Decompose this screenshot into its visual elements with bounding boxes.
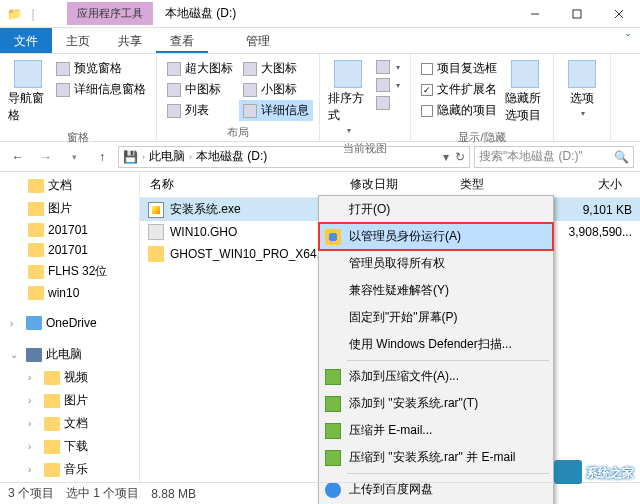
status-size: 8.88 MB — [151, 487, 196, 501]
status-item-count: 3 个项目 — [8, 485, 54, 502]
ctx-add-archive[interactable]: 添加到压缩文件(A)... — [319, 363, 553, 390]
col-name[interactable]: 名称 — [140, 176, 350, 193]
close-button[interactable] — [598, 2, 640, 26]
exe-icon — [148, 202, 164, 218]
ribbon: 导航窗格 预览窗格 详细信息窗格 窗格 超大图标 中图标 列表 大图标 小图标 … — [0, 54, 640, 142]
col-date[interactable]: 修改日期 — [350, 176, 460, 193]
archive-icon — [325, 369, 341, 385]
status-bar: 3 个项目 选中 1 个项目 8.88 MB — [0, 482, 640, 504]
back-button[interactable]: ← — [6, 145, 30, 169]
ctx-add-named-archive[interactable]: 添加到 "安装系统.rar"(T) — [319, 390, 553, 417]
layout-details[interactable]: 详细信息 — [239, 100, 313, 121]
tree-folder[interactable]: win10 — [0, 283, 139, 303]
chevron-down-icon: ▾ — [347, 126, 351, 135]
tree-pictures[interactable]: ›图片 — [0, 389, 139, 412]
title-bar: 📁 | 应用程序工具 本地磁盘 (D:) — [0, 0, 640, 28]
preview-pane-button[interactable]: 预览窗格 — [52, 58, 150, 79]
tab-file[interactable]: 文件 — [0, 28, 52, 53]
layout-list[interactable]: 列表 — [163, 100, 237, 121]
tree-this-pc[interactable]: ⌄此电脑 — [0, 343, 139, 366]
breadcrumb[interactable]: 💾 › 此电脑 › 本地磁盘 (D:) ▾ ↻ — [118, 146, 470, 168]
options-button[interactable]: 选项▾ — [560, 58, 604, 120]
folder-icon — [148, 246, 164, 262]
tree-documents[interactable]: 文档 — [0, 174, 139, 197]
nav-tree[interactable]: 文档 图片 201701 201701 FLHS 32位 win10 ›OneD… — [0, 172, 140, 482]
tree-videos[interactable]: ›视频 — [0, 366, 139, 389]
minimize-button[interactable] — [514, 2, 556, 26]
tree-downloads[interactable]: ›下载 — [0, 435, 139, 458]
tab-view[interactable]: 查看 — [156, 28, 208, 53]
ctx-defender-scan[interactable]: 使用 Windows Defender扫描... — [319, 331, 553, 358]
separator — [347, 473, 549, 474]
ctx-open[interactable]: 打开(O) — [319, 196, 553, 223]
tree-folder[interactable]: FLHS 32位 — [0, 260, 139, 283]
chevron-right-icon: › — [189, 152, 192, 162]
tree-music[interactable]: ›音乐 — [0, 458, 139, 481]
tree-documents[interactable]: ›文档 — [0, 412, 139, 435]
status-selected: 选中 1 个项目 — [66, 485, 139, 502]
chevron-right-icon: › — [142, 152, 145, 162]
layout-medium[interactable]: 中图标 — [163, 79, 237, 100]
window-title: 本地磁盘 (D:) — [153, 1, 248, 26]
qat-sep: | — [25, 6, 41, 22]
crumb-drive[interactable]: 本地磁盘 (D:) — [196, 148, 267, 165]
hidden-toggle[interactable]: 隐藏的项目 — [417, 100, 501, 121]
archive-icon — [325, 396, 341, 412]
shield-icon — [325, 229, 341, 245]
maximize-button[interactable] — [556, 2, 598, 26]
sort-button[interactable]: 排序方式▾ — [326, 58, 370, 137]
tab-strip: 文件 主页 共享 查看 管理 ˇ — [0, 28, 640, 54]
svg-rect-1 — [573, 10, 581, 18]
sort-label: 排序方式 — [328, 90, 368, 124]
crumb-this-pc[interactable]: 此电脑 — [149, 148, 185, 165]
ctx-compress-email[interactable]: 压缩并 E-mail... — [319, 417, 553, 444]
forward-button[interactable]: → — [34, 145, 58, 169]
col-size[interactable]: 大小 — [560, 176, 630, 193]
tab-home[interactable]: 主页 — [52, 28, 104, 53]
drive-icon: 💾 — [123, 150, 138, 164]
up-button[interactable]: ↑ — [90, 145, 114, 169]
file-icon — [148, 224, 164, 240]
tree-folder[interactable]: 201701 — [0, 220, 139, 240]
search-input[interactable]: 搜索"本地磁盘 (D:)" 🔍 — [474, 146, 634, 168]
tab-share[interactable]: 共享 — [104, 28, 156, 53]
ribbon-group-pane: 窗格 — [4, 128, 152, 147]
separator — [347, 360, 549, 361]
folder-icon: 📁 — [6, 6, 22, 22]
layout-small[interactable]: 小图标 — [239, 79, 313, 100]
refresh-icon[interactable]: ↻ — [455, 150, 465, 164]
layout-extra-large[interactable]: 超大图标 — [163, 58, 237, 79]
extensions-toggle[interactable]: 文件扩展名 — [417, 79, 501, 100]
col-type[interactable]: 类型 — [460, 176, 560, 193]
archive-icon — [325, 450, 341, 466]
ribbon-toggle-icon[interactable]: ˇ — [616, 28, 640, 53]
options-label: 选项 — [570, 90, 594, 107]
ctx-pin-start[interactable]: 固定到"开始"屏幕(P) — [319, 304, 553, 331]
layout-large[interactable]: 大图标 — [239, 58, 313, 79]
ctx-run-as-admin[interactable]: 以管理员身份运行(A) — [319, 223, 553, 250]
dropdown-icon[interactable]: ▾ — [443, 150, 449, 164]
recent-button[interactable]: ▾ — [62, 145, 86, 169]
contextual-tab[interactable]: 应用程序工具 — [67, 2, 153, 25]
hide-selected-button[interactable]: 隐藏所选项目 — [503, 58, 547, 126]
tree-folder[interactable]: 201701 — [0, 240, 139, 260]
checkboxes-toggle[interactable]: 项目复选框 — [417, 58, 501, 79]
tree-pictures[interactable]: 图片 — [0, 197, 139, 220]
search-icon: 🔍 — [614, 150, 629, 164]
groupby-button[interactable]: ▾ — [372, 58, 404, 76]
tab-manage[interactable]: 管理 — [232, 28, 284, 53]
context-menu: 打开(O) 以管理员身份运行(A) 管理员取得所有权 兼容性疑难解答(Y) 固定… — [318, 195, 554, 504]
ribbon-group-layout: 布局 — [161, 123, 315, 142]
hide-label: 隐藏所选项目 — [505, 90, 545, 124]
nav-pane-button[interactable]: 导航窗格 — [6, 58, 50, 126]
ribbon-group-show: 显示/隐藏 — [415, 128, 549, 147]
archive-icon — [325, 423, 341, 439]
tree-onedrive[interactable]: ›OneDrive — [0, 313, 139, 333]
ctx-compress-named-email[interactable]: 压缩到 "安装系统.rar" 并 E-mail — [319, 444, 553, 471]
address-bar: ← → ▾ ↑ 💾 › 此电脑 › 本地磁盘 (D:) ▾ ↻ 搜索"本地磁盘 … — [0, 142, 640, 172]
ctx-compatibility[interactable]: 兼容性疑难解答(Y) — [319, 277, 553, 304]
ctx-take-ownership[interactable]: 管理员取得所有权 — [319, 250, 553, 277]
addcolumn-button[interactable]: ▾ — [372, 76, 404, 94]
details-pane-button[interactable]: 详细信息窗格 — [52, 79, 150, 100]
sizecolumns-button[interactable] — [372, 94, 404, 112]
